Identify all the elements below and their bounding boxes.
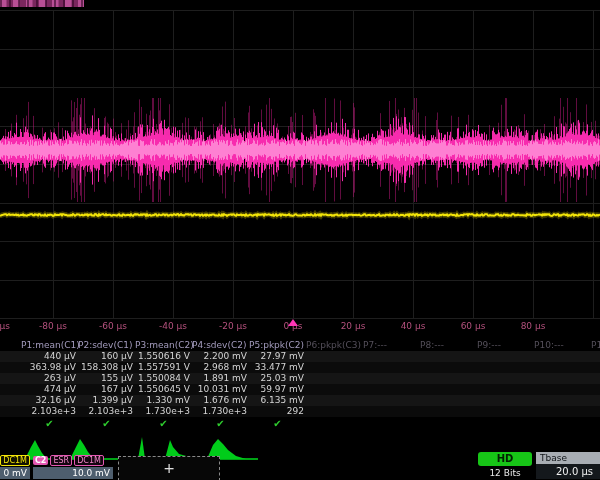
time-axis-label: 20 µs [323,321,383,331]
trigger-position-marker-icon[interactable] [288,319,298,326]
measure-value-cell: 474 µV [21,384,78,395]
timebase-value: 20.0 µs [536,464,600,479]
measure-value-cell: 1.399 µV [78,395,135,406]
c1-vdiv-value: 0 mV [0,467,30,479]
table-row: ✔✔✔✔✔ [0,417,600,430]
measure-value-cell: 440 µV [21,351,78,362]
timebase-title: Tbase [536,452,600,464]
c2-coupling-badge: DC1M [74,455,104,466]
oscilloscope-screen: -100 µs-80 µs-60 µs-40 µs-20 µs0 µs20 µs… [0,0,600,480]
c1-coupling-badge: DC1M [0,455,30,466]
time-axis-label: 60 µs [443,321,503,331]
measure-value-cell: 6.135 mV [249,395,306,406]
table-row: 263 µV155 µV1.550084 V1.891 mV25.03 mV [0,373,600,384]
timebase-descriptor[interactable]: Tbase 20.0 µs [536,452,600,480]
measure-value-cell: 25.03 mV [249,373,306,384]
time-axis-label: -20 µs [203,321,263,331]
measure-value-cell: 33.477 mV [249,362,306,373]
measure-value-cell: 363.98 µV [21,362,78,373]
time-axis-label: -80 µs [23,321,83,331]
c2-vdiv-value: 10.0 mV [33,467,113,479]
measure-value-cell: 2.200 mV [192,351,249,362]
measure-value-cell: 10.031 mV [192,384,249,395]
table-row: 2.103e+32.103e+31.730e+31.730e+3292 [0,406,600,417]
time-axis-label: 80 µs [503,321,563,331]
channel-c1-descriptor[interactable]: DC1M 0 mV [0,455,30,480]
measure-value-cell: 155 µV [78,373,135,384]
measure-value-cell: 2.103e+3 [78,406,135,417]
channel-c2-descriptor[interactable]: C2 ESR DC1M 10.0 mV [33,455,113,480]
time-axis-label: -100 µs [0,321,23,331]
measure-value-cell: 1.330 mV [135,395,192,406]
cropped-menu-badge[interactable] [0,0,84,7]
table-row: 32.16 µV1.399 µV1.330 mV1.676 mV6.135 mV [0,395,600,406]
measure-value-cell: 59.97 mV [249,384,306,395]
measure-value-cell: 1.730e+3 [135,406,192,417]
measure-value-cell: 160 µV [78,351,135,362]
measure-column-header: P3:mean(C2) [135,340,192,351]
measure-value-cell: 1.557591 V [135,362,192,373]
measure-column-header: P7:--- [363,340,420,351]
measure-column-header: P4:sdev(C2) [192,340,249,351]
time-axis-label: -60 µs [83,321,143,331]
measure-column-header: P9:--- [477,340,534,351]
time-axis-label: 40 µs [383,321,443,331]
measure-value-cell: 292 [249,406,306,417]
c2-esr-badge: ESR [50,455,72,466]
table-row: 440 µV160 µV1.550616 V2.200 mV27.97 mV [0,351,600,362]
measure-value-cell: 167 µV [78,384,135,395]
measure-status-check-icon: ✔ [21,417,78,428]
measurement-table: P1:mean(C1)P2:sdev(C1)P3:mean(C2)P4:sdev… [0,340,600,430]
measure-status-check-icon: ✔ [78,417,135,428]
measure-column-header: P1:mean(C1) [21,340,78,351]
measure-value-cell: 158.308 µV [78,362,135,373]
measure-value-cell: 32.16 µV [21,395,78,406]
measure-value-cell: 1.891 mV [192,373,249,384]
measure-value-cell: 1.550645 V [135,384,192,395]
c2-channel-badge: C2 [33,456,48,465]
measure-status-check-icon: ✔ [249,417,306,428]
measure-value-cell: 263 µV [21,373,78,384]
measure-value-cell: 27.97 mV [249,351,306,362]
measure-status-check-icon: ✔ [192,417,249,428]
table-row: P1:mean(C1)P2:sdev(C1)P3:mean(C2)P4:sdev… [0,340,600,351]
measure-value-cell: 2.968 mV [192,362,249,373]
measure-column-header: P6:pkpk(C3) [306,340,363,351]
add-channel-button[interactable]: + [118,456,220,480]
measure-value-cell: 2.103e+3 [21,406,78,417]
hd-bits-label: 12 Bits [478,468,532,478]
table-row: 474 µV167 µV1.550645 V10.031 mV59.97 mV [0,384,600,395]
hd-mode-badge[interactable]: HD [478,452,532,466]
time-axis-label: -40 µs [143,321,203,331]
measure-column-header: P5:pkpk(C2) [249,340,306,351]
table-row: 363.98 µV158.308 µV1.557591 V2.968 mV33.… [0,362,600,373]
measure-value-cell: 1.550616 V [135,351,192,362]
graticule-waveform-canvas [0,0,600,340]
measure-value-cell: 1.730e+3 [192,406,249,417]
measure-column-header: P8:--- [420,340,477,351]
measure-status-check-icon: ✔ [135,417,192,428]
measure-value-cell: 1.550084 V [135,373,192,384]
measure-column-header: P2:sdev(C1) [78,340,135,351]
measure-column-header: P10:--- [534,340,591,351]
measure-column-header: P11:--- [591,340,600,351]
measure-value-cell: 1.676 mV [192,395,249,406]
